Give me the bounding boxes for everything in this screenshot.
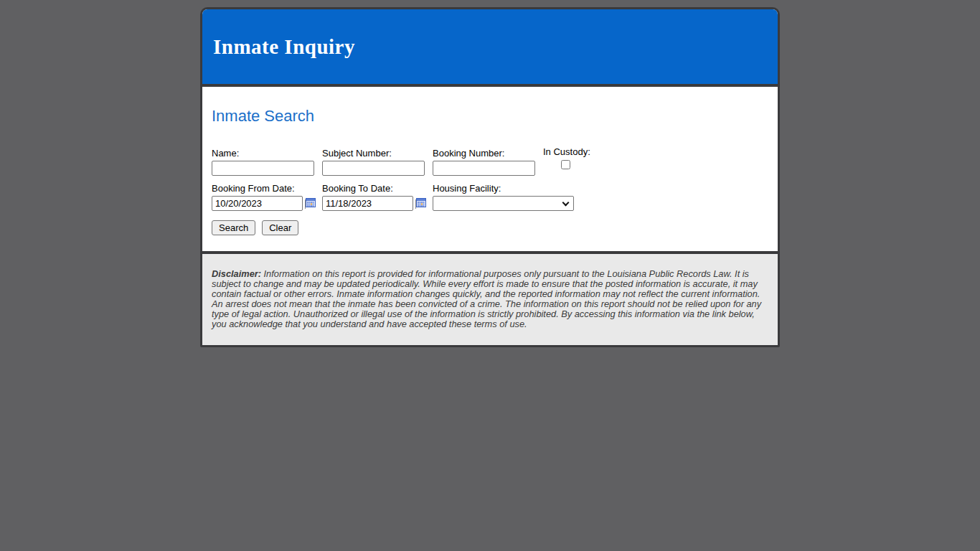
search-button[interactable]: Search: [212, 220, 255, 235]
search-heading: Inmate Search: [212, 107, 768, 126]
form-row-1: Name: Subject Number: Booking Number: In…: [212, 148, 768, 176]
calendar-icon[interactable]: [305, 198, 316, 209]
booking-to-input[interactable]: [322, 196, 413, 211]
disclaimer-text: Information on this report is provided f…: [212, 268, 761, 329]
calendar-icon[interactable]: [415, 198, 426, 209]
housing-facility-label: Housing Facility:: [433, 183, 574, 194]
booking-from-field-group: Booking From Date:: [212, 183, 316, 211]
booking-number-input[interactable]: [433, 161, 535, 176]
clear-button[interactable]: Clear: [262, 220, 298, 235]
disclaimer-section: Disclaimer: Information on this report i…: [202, 251, 778, 345]
subject-number-field-group: Subject Number:: [322, 148, 425, 176]
booking-number-label: Booking Number:: [433, 148, 535, 159]
page-header: Inmate Inquiry: [202, 9, 778, 87]
booking-to-field-group: Booking To Date:: [322, 183, 427, 211]
page-title: Inmate Inquiry: [213, 35, 355, 59]
in-custody-checkbox[interactable]: [561, 160, 570, 169]
name-field-group: Name:: [212, 148, 314, 176]
in-custody-label: In Custody:: [543, 146, 588, 157]
form-row-2: Booking From Date:: [212, 183, 768, 211]
disclaimer-label: Disclaimer:: [212, 268, 261, 279]
name-label: Name:: [212, 148, 314, 159]
booking-from-input[interactable]: [212, 196, 303, 211]
booking-to-label: Booking To Date:: [322, 183, 427, 194]
name-input[interactable]: [212, 161, 314, 176]
subject-number-label: Subject Number:: [322, 148, 425, 159]
housing-facility-field-group: Housing Facility:: [433, 183, 574, 211]
housing-facility-select[interactable]: [433, 196, 574, 211]
booking-from-label: Booking From Date:: [212, 183, 316, 194]
button-row: Search Clear: [212, 220, 768, 235]
subject-number-input[interactable]: [322, 161, 425, 176]
booking-number-field-group: Booking Number:: [433, 148, 535, 176]
inmate-inquiry-card: Inmate Inquiry Inmate Search Name: Subje…: [200, 7, 780, 347]
search-section: Inmate Search Name: Subject Number: Book…: [202, 87, 778, 251]
in-custody-field-group: In Custody:: [543, 148, 588, 169]
